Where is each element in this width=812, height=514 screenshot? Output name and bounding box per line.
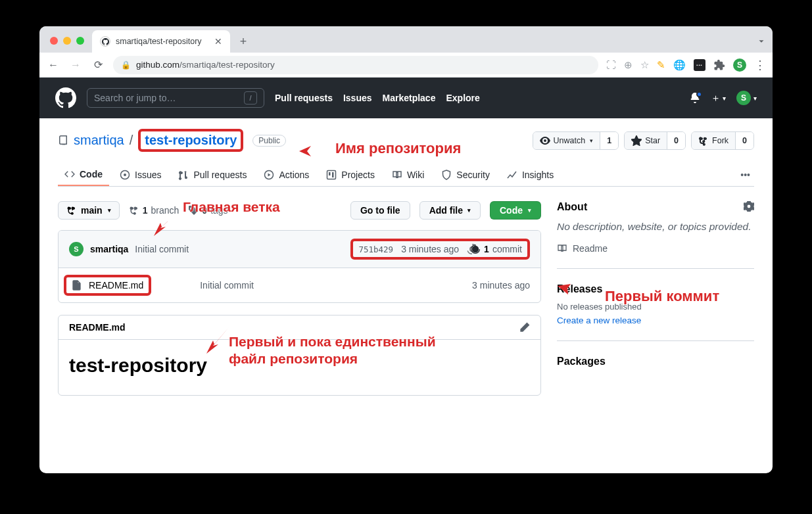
address-input[interactable]: 🔒 github.com/smartiqa/test-repository (113, 56, 598, 74)
github-header: Search or jump to… / Pull requests Issue… (39, 78, 773, 118)
browser-tab[interactable]: smartiqa/test-repository ✕ (92, 30, 230, 53)
add-file-button[interactable]: Add file▾ (419, 201, 481, 220)
svg-rect-5 (332, 172, 334, 177)
unwatch-button[interactable]: Unwatch▾ 1 (533, 131, 619, 150)
sidebar-releases-title: Releases (557, 283, 754, 295)
new-tab-button[interactable]: + (234, 32, 252, 51)
notifications-icon[interactable] (690, 93, 700, 103)
nav-back-icon[interactable]: ← (46, 59, 60, 71)
visibility-badge: Public (252, 135, 286, 147)
tags-link[interactable]: 0tags (188, 205, 227, 216)
globe-icon[interactable]: 🌐 (673, 59, 686, 71)
svg-rect-3 (327, 171, 336, 179)
minimize-window-icon[interactable] (63, 37, 71, 45)
repo-container: smartiqa / test-repository Public Unwatc… (39, 118, 773, 403)
commit-meta-box: 751b429 3 minutes ago 1commit (350, 239, 530, 260)
svg-rect-4 (329, 172, 331, 175)
notification-dot-icon (696, 91, 702, 97)
pencil-icon[interactable] (519, 322, 530, 333)
code-button[interactable]: Code▾ (490, 201, 541, 220)
nav-issues[interactable]: Issues (343, 93, 372, 103)
tab-close-icon[interactable]: ✕ (214, 36, 222, 47)
repo-owner-link[interactable]: smartiqa (74, 133, 124, 148)
github-header-right: ＋▾ S ▾ (690, 91, 757, 105)
user-menu[interactable]: S ▾ (736, 91, 757, 105)
repo-tabs: Code Issues Pull requests Actions Projec… (58, 164, 754, 187)
fork-button[interactable]: Fork 0 (691, 131, 754, 150)
close-window-icon[interactable] (50, 37, 58, 45)
url-path: /smartiqa/test-repository (179, 60, 275, 70)
tab-code[interactable]: Code (58, 164, 109, 186)
tab-projects[interactable]: Projects (320, 164, 381, 185)
readme-link[interactable]: Readme (557, 243, 754, 254)
svg-point-1 (124, 174, 126, 176)
tabs-more-icon[interactable]: ••• (736, 164, 754, 185)
zoom-icon[interactable]: ⊕ (624, 59, 633, 71)
gear-icon[interactable] (744, 201, 754, 212)
fork-count: 0 (735, 132, 753, 149)
commit-author[interactable]: smartiqa (90, 244, 128, 254)
no-releases-text: No releases published (557, 302, 754, 312)
branches-link[interactable]: 1branch (129, 205, 179, 216)
sidebar-releases: Releases No releases published Create a … (557, 283, 754, 341)
create-release-link[interactable]: Create a new release (557, 315, 641, 325)
nav-reload-icon[interactable]: ⟳ (91, 58, 105, 71)
readme-head: README.md (59, 315, 540, 340)
ext-icon[interactable]: ••• (694, 59, 705, 71)
commit-message[interactable]: Initial commit (135, 244, 189, 254)
sidebar-packages: Packages (557, 356, 754, 388)
tab-pull-requests[interactable]: Pull requests (172, 164, 253, 185)
tab-actions[interactable]: Actions (257, 164, 316, 185)
sidebar-about: About No description, website, or topics… (557, 201, 754, 269)
watch-count: 1 (600, 132, 618, 149)
repo-action-buttons: Unwatch▾ 1 Star 0 Fork 0 (533, 131, 754, 150)
commits-link[interactable]: 1commit (467, 244, 522, 254)
repo-icon (58, 135, 68, 146)
sidebar: About No description, website, or topics… (557, 201, 754, 403)
browser-address-bar: ← → ⟳ 🔒 github.com/smartiqa/test-reposit… (39, 53, 773, 78)
repo-name-link[interactable]: test-repository (138, 129, 243, 152)
repo-head: smartiqa / test-repository Public Unwatc… (58, 129, 754, 152)
user-avatar-icon: S (736, 91, 751, 105)
tab-wiki[interactable]: Wiki (385, 164, 431, 185)
star-button[interactable]: Star 0 (624, 131, 686, 150)
file-row[interactable]: README.md Initial commit 3 minutes ago (59, 268, 540, 302)
file-commit-msg[interactable]: Initial commit (200, 280, 254, 291)
branch-select-button[interactable]: main▾ (58, 201, 120, 220)
chevron-down-icon[interactable] (757, 37, 766, 46)
star-count: 0 (667, 132, 685, 149)
url-host: github.com (136, 60, 179, 70)
nav-marketplace[interactable]: Marketplace (383, 93, 436, 103)
readme-box: README.md test-repository (58, 315, 541, 396)
profile-avatar-icon[interactable]: S (733, 58, 746, 72)
go-to-file-button[interactable]: Go to file (350, 201, 410, 220)
tab-insights[interactable]: Insights (500, 164, 560, 185)
nav-explore[interactable]: Explore (446, 93, 479, 103)
github-logo-icon[interactable] (55, 87, 76, 108)
zoom-window-icon[interactable] (76, 37, 84, 45)
translate-icon[interactable]: ⛶ (606, 59, 616, 70)
tab-security[interactable]: Security (435, 164, 496, 185)
sidebar-about-title: About (557, 201, 754, 213)
github-favicon (100, 36, 110, 47)
tab-issues[interactable]: Issues (113, 164, 168, 185)
commit-sha[interactable]: 751b429 (358, 245, 393, 254)
kebab-menu-icon[interactable]: ⋮ (754, 58, 766, 72)
create-new-icon[interactable]: ＋▾ (711, 92, 726, 105)
nav-pull-requests[interactable]: Pull requests (275, 93, 333, 103)
commit-time[interactable]: 3 minutes ago (401, 244, 459, 254)
readme-heading: test-repository (69, 354, 530, 377)
browser-window: smartiqa/test-repository ✕ + ← → ⟳ 🔒 git… (39, 26, 773, 473)
lock-icon: 🔒 (121, 60, 131, 70)
nav-forward-icon: → (68, 59, 83, 71)
commit-avatar-icon: S (69, 242, 84, 256)
readme-filename[interactable]: README.md (69, 322, 126, 333)
bookmark-star-icon[interactable]: ☆ (640, 59, 649, 71)
window-traffic-lights (50, 37, 84, 45)
file-commit-time: 3 minutes ago (472, 280, 530, 291)
pen-icon[interactable]: ✎ (657, 59, 665, 71)
github-nav: Pull requests Issues Marketplace Explore (275, 93, 480, 103)
file-icon (72, 280, 82, 291)
github-search-input[interactable]: Search or jump to… / (87, 88, 264, 108)
extensions-icon[interactable] (713, 59, 725, 71)
